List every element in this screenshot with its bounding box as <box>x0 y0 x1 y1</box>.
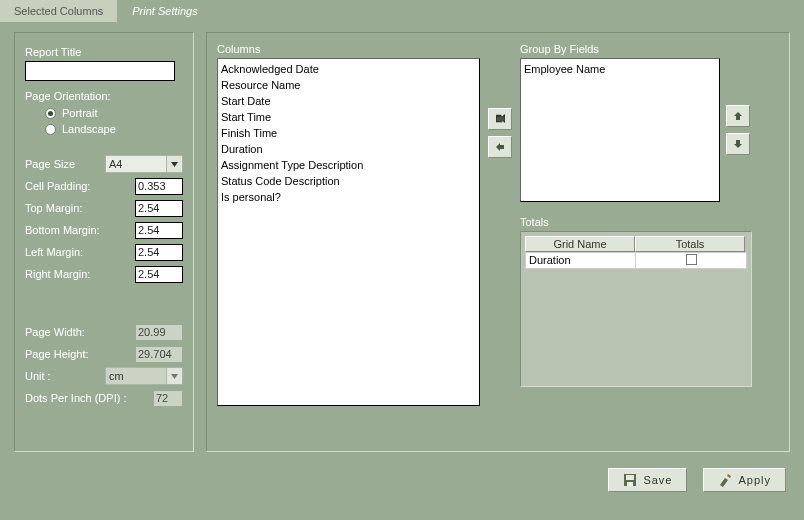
save-icon <box>623 473 637 487</box>
totals-header-gridname: Grid Name <box>525 236 635 252</box>
save-button[interactable]: Save <box>608 468 687 492</box>
arrow-left-icon <box>495 142 506 153</box>
list-item[interactable]: Acknowledged Date <box>221 61 476 77</box>
arrow-up-icon <box>733 111 744 122</box>
arrow-right-icon <box>495 114 506 125</box>
totals-grid-box: Grid Name Totals Duration <box>520 231 752 387</box>
landscape-radio[interactable] <box>45 124 56 135</box>
left-margin-input[interactable] <box>135 244 183 261</box>
page-orientation-label: Page Orientation: <box>25 90 183 102</box>
unit-select: cm <box>105 367 183 385</box>
page-setup-panel: Report Title Page Orientation: Portrait … <box>14 32 194 452</box>
tab-selected-columns[interactable]: Selected Columns <box>0 0 118 22</box>
columns-listbox[interactable]: Acknowledged Date Resource Name Start Da… <box>217 58 480 406</box>
cell-padding-label: Cell Padding: <box>25 180 135 192</box>
list-item[interactable]: Start Date <box>221 93 476 109</box>
move-right-button[interactable] <box>488 108 512 130</box>
list-item[interactable]: Employee Name <box>524 61 716 77</box>
dpi-input <box>153 390 183 407</box>
apply-icon <box>718 473 732 487</box>
apply-button[interactable]: Apply <box>703 468 786 492</box>
totals-row-checkbox[interactable] <box>686 254 697 265</box>
list-item[interactable]: Status Code Description <box>221 173 476 189</box>
page-height-input <box>135 346 183 363</box>
footer-bar: Save Apply <box>0 462 804 498</box>
bottom-margin-label: Bottom Margin: <box>25 224 135 236</box>
list-item[interactable]: Duration <box>221 141 476 157</box>
report-title-label: Report Title <box>25 46 183 58</box>
portrait-radio[interactable] <box>45 108 56 119</box>
left-margin-label: Left Margin: <box>25 246 135 258</box>
svg-rect-2 <box>627 482 633 486</box>
page-height-label: Page Height: <box>25 348 135 360</box>
move-up-button[interactable] <box>726 105 750 127</box>
group-by-listbox[interactable]: Employee Name <box>520 58 720 202</box>
totals-row-name: Duration <box>526 253 636 268</box>
tab-bar: Selected Columns Print Settings <box>0 0 804 22</box>
list-item[interactable]: Assignment Type Description <box>221 157 476 173</box>
page-width-input <box>135 324 183 341</box>
totals-label: Totals <box>520 216 752 228</box>
unit-label: Unit : <box>25 370 105 382</box>
cell-padding-input[interactable] <box>135 178 183 195</box>
bottom-margin-input[interactable] <box>135 222 183 239</box>
right-margin-label: Right Margin: <box>25 268 135 280</box>
page-size-label: Page Size <box>25 158 105 170</box>
page-width-label: Page Width: <box>25 326 135 338</box>
list-item[interactable]: Finish Time <box>221 125 476 141</box>
arrow-down-icon <box>733 139 744 150</box>
list-item[interactable]: Start Time <box>221 109 476 125</box>
dpi-label: Dots Per Inch (DPI) : <box>25 392 153 404</box>
top-margin-input[interactable] <box>135 200 183 217</box>
columns-label: Columns <box>217 43 480 55</box>
chevron-down-icon <box>166 156 182 172</box>
report-title-input[interactable] <box>25 61 175 81</box>
landscape-label: Landscape <box>62 123 116 135</box>
list-item[interactable]: Resource Name <box>221 77 476 93</box>
list-item[interactable]: Is personal? <box>221 189 476 205</box>
page-size-select[interactable]: A4 <box>105 155 183 173</box>
move-down-button[interactable] <box>726 133 750 155</box>
move-left-button[interactable] <box>488 136 512 158</box>
group-by-label: Group By Fields <box>520 43 752 55</box>
tab-print-settings[interactable]: Print Settings <box>118 0 212 22</box>
right-margin-input[interactable] <box>135 266 183 283</box>
portrait-label: Portrait <box>62 107 97 119</box>
svg-rect-1 <box>626 475 634 480</box>
top-margin-label: Top Margin: <box>25 202 135 214</box>
totals-header-totals: Totals <box>635 236 745 252</box>
columns-panel: Columns Acknowledged Date Resource Name … <box>206 32 790 452</box>
table-row: Duration <box>525 252 747 269</box>
chevron-down-icon <box>166 368 182 384</box>
